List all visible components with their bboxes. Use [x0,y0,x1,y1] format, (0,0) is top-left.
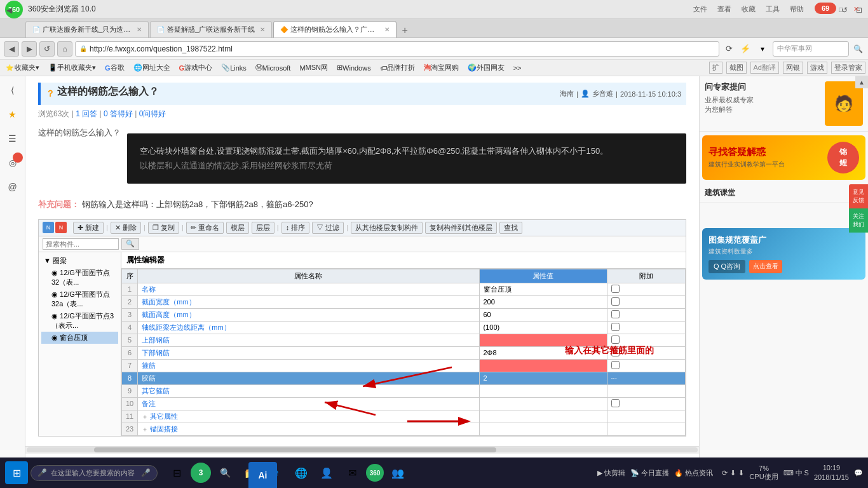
sort-button[interactable]: ↕ 排序 [281,222,310,234]
live-btn[interactable]: 📡 今日直播 [630,468,669,478]
copy-to-floor-button[interactable]: 复制构件到其他楼层 [425,222,497,234]
taskbar-app-360[interactable]: 360 [366,464,384,482]
toolbar-screenshot[interactable]: 截图 [726,62,747,74]
copy-from-floor-button[interactable]: 从其他楼层复制构件 [351,222,423,234]
sidebar-menu[interactable]: ☰ [1,127,24,150]
taskbar-search[interactable]: 🎤 在这里输入您要搜索的内容 🎤 [31,465,158,481]
notification-center[interactable]: 💬 [854,469,863,477]
tab-1-close[interactable]: ✕ [137,26,142,33]
toolbar-extension[interactable]: 扩 [709,62,722,74]
prop-value-3[interactable]: 60 [479,308,607,321]
toolbar-bank[interactable]: 网银 [783,62,803,74]
menu-tools[interactable]: 工具 [762,3,783,15]
bookmark-windows[interactable]: ⊞ Windows [334,62,374,73]
sidebar-mail[interactable]: @ [1,175,24,198]
taskbar-app-browser[interactable]: 3 [191,463,211,483]
component-search-btn[interactable]: 🔍 [121,238,139,250]
tab-prev-btn[interactable]: ◀ [3,4,15,17]
bookmark-more[interactable]: >> [510,63,525,73]
forward-button[interactable]: ▶ [22,41,37,57]
tab-3-close[interactable]: ✕ [384,26,390,33]
menu-file[interactable]: 文件 [689,3,711,15]
toolbar-ad[interactable]: Ad翻译 [750,62,779,74]
layerlayer-button[interactable]: 层层 [252,222,275,234]
find-button[interactable]: 查找 [499,222,522,234]
prop-value-9[interactable] [479,384,607,397]
sougou-icon[interactable]: S [804,469,809,477]
tab-refresh-btn[interactable]: ↺ [838,4,851,17]
component-search-input[interactable] [43,238,119,250]
bookmark-web[interactable]: 🌐 网址大全 [130,62,173,74]
bookmark-taobao[interactable]: 淘 淘宝网购 [421,62,462,74]
taskbar-app-search-web[interactable]: 🔍 [214,461,236,484]
cpu-display[interactable]: 7% CPU使用 [749,464,778,482]
start-button[interactable]: ⊞ [5,461,28,484]
prop-value-11[interactable] [479,410,607,423]
click-view[interactable]: 点击查看 [749,260,782,273]
prop-value-4[interactable]: (100) [479,321,607,334]
ask-count-link[interactable]: 0问得好 [139,109,166,118]
menu-favorites[interactable]: 收藏 [738,3,759,15]
bookmark-foreign[interactable]: 🌍 外国网友 [465,62,508,74]
tree-item-ring-beam[interactable]: ▼ 圈梁 [41,255,118,267]
modlayer-button[interactable]: 模层 [226,222,249,234]
scrollbar-thumb[interactable] [94,447,497,452]
back-button[interactable]: ◀ [4,41,19,57]
bookmark-brand[interactable]: 🏷 品牌打折 [377,62,418,74]
hotspot-btn[interactable]: 🔥 热点资讯 [674,468,713,478]
bookmark-mobile[interactable]: 📱 手机收藏夹▾ [45,62,99,74]
taskbar-app-person[interactable]: 👤 [315,461,338,484]
search-box[interactable]: 中华军事网 [773,41,849,57]
tab-2-close[interactable]: ✕ [260,26,265,33]
bookmark-links[interactable]: 📎 Links [218,62,250,73]
taskbar-app-mail[interactable]: ✉ [341,461,363,484]
prop-value-1[interactable]: 窗台压顶 [479,283,607,295]
search-btn[interactable]: 🔍 [851,43,864,55]
prop-value-6[interactable]: 2Φ8 [479,346,607,359]
copy-button[interactable]: ❐ 复制 [148,222,179,234]
sidebar-history[interactable]: ◎ [1,151,24,174]
ai-badge[interactable]: Ai [248,462,277,488]
dropdown-btn[interactable]: ▾ [755,44,770,53]
tab-restore-btn[interactable]: ⊡ [853,4,865,17]
toolbar-games[interactable]: 游戏 [807,62,827,74]
bookmark-favorites[interactable]: ⭐ 收藏夹▾ [3,62,43,74]
refresh-page-btn[interactable]: ⟳ [722,42,736,56]
refresh-button[interactable]: ↺ [39,41,55,57]
bookmark-microsoft[interactable]: Ⓜ Microsoft [252,62,294,74]
delete-button[interactable]: ✕ 删除 [111,222,141,234]
ad-banner-1[interactable]: 寻找答疑解惑 建筑行业实训教学第一平台 锦鲤 [702,135,865,180]
bookmark-msn[interactable]: M MSN网 [296,62,331,74]
tab-2[interactable]: 📄 答疑解惑_广联达服务新干线 ✕ [150,21,272,37]
tree-item-plan3[interactable]: ◉ 12/G平面图节点3（表示... [41,310,118,332]
tree-item-plan32a[interactable]: ◉ 12/G平面图节点32a（表... [41,288,118,310]
scroll-to-top-btn[interactable]: ▲ [855,76,868,88]
feedback-btn[interactable]: 意见反馈 [849,184,868,208]
tree-item-window-sill[interactable]: ◉ 窗台压顶 [41,332,118,344]
menu-view[interactable]: 查看 [714,3,735,15]
qq-consult[interactable]: Q Q咨询 [709,260,745,273]
prop-name-8[interactable]: 胶筋 [138,372,479,384]
taskbar-app-globe[interactable]: 🌐 [290,461,313,484]
prop-value-7[interactable] [479,359,607,372]
taskbar-app-user2[interactable]: 👥 [386,461,409,484]
home-button[interactable]: ⌂ [57,41,72,57]
bookmark-google[interactable]: G 谷歌 [102,62,128,74]
tab-3[interactable]: 🔶 这样的钢筋怎么输入？广联达服... ✕ [273,21,397,37]
clock[interactable]: 10:19 2018/11/15 [814,463,849,483]
filter-button[interactable]: ▽ 过滤 [312,222,344,234]
prop-value-10[interactable] [479,397,607,410]
ad-banner-2[interactable]: 图集规范覆盖广 建筑资料数量多 Q Q咨询 点击查看 [702,228,865,280]
lightning-btn[interactable]: ⚡ [738,42,752,56]
new-element-button[interactable]: ✚ 新建 [73,222,104,234]
tab-1[interactable]: 📄 广联达服务新干线_只为造价从业... ✕ [25,21,149,37]
quick-edit-btn[interactable]: ▶ 快剪辑 [597,468,625,478]
toolbar-login[interactable]: 登录管家 [831,62,865,74]
lang-zh[interactable]: 中 [796,468,803,478]
answer-count-link[interactable]: 1 回答 [76,109,97,118]
horizontal-scrollbar[interactable] [25,446,699,454]
follow-btn[interactable]: 关注我们 [849,208,868,233]
address-bar[interactable]: 🔒 http://e.fwxgx.com/question_1987522.ht… [75,41,719,57]
prop-value-2[interactable]: 200 [479,295,607,308]
good-answer-link[interactable]: 0 答得好 [104,109,133,118]
